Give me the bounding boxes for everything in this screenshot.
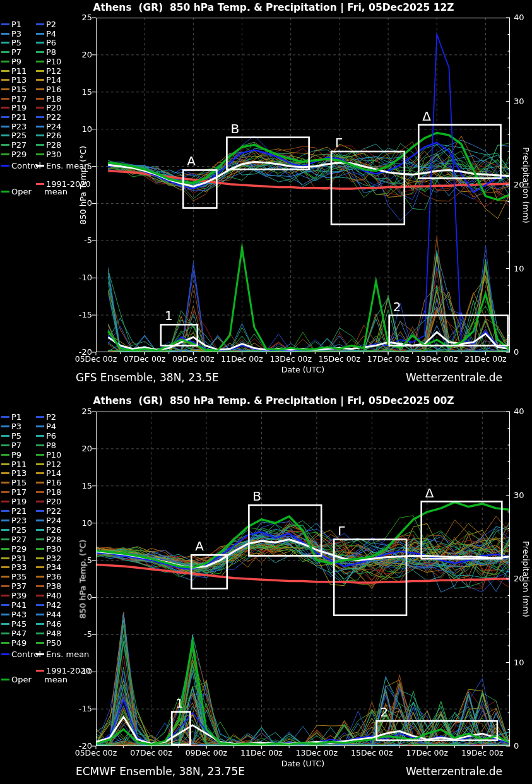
y-tick-label-temp: -15: [63, 310, 92, 319]
x-tick-label: 07Dec 00z: [122, 748, 179, 757]
y-tick-label-precip: 40: [514, 13, 532, 22]
y-tick-label-precip: 10: [514, 658, 532, 667]
x-tick-label: 19Dec 00z: [454, 748, 511, 757]
y-tick-label-temp: 20: [63, 50, 92, 59]
x-tick-label: 21Dec 00z: [457, 354, 514, 364]
x-tick-label: 17Dec 00z: [399, 748, 456, 757]
y-tick-label-precip: 20: [514, 574, 532, 583]
y-tick-label-temp: 15: [63, 87, 92, 97]
y-tick-label-precip: 10: [514, 264, 532, 273]
weather-ensemble-page: Athens (GR) 850 hPa Temp. & Precipitatio…: [0, 0, 532, 784]
y-tick-label-precip: 30: [514, 490, 532, 500]
y-tick-label-temp: 0: [63, 198, 92, 208]
x-tick-label: 15Dec 00z: [343, 748, 400, 757]
y-tick-label-temp: 5: [63, 555, 92, 565]
y-tick-label-precip: 30: [514, 97, 532, 106]
x-tick-label: 11Dec 00z: [233, 748, 290, 757]
x-tick-label: 13Dec 00z: [288, 748, 345, 757]
y-tick-label-temp: 25: [63, 13, 92, 22]
y-tick-label-temp: -5: [63, 629, 92, 639]
y-tick-label-temp: 10: [63, 518, 92, 528]
x-tick-label: 05Dec 00z: [68, 748, 124, 757]
axis-tick-labels: 2520151050-5-10-15-2040302010005Dec 00z0…: [0, 0, 532, 784]
y-tick-label-temp: 10: [63, 124, 92, 134]
y-tick-label-temp: -15: [63, 704, 92, 713]
y-tick-label-temp: 0: [63, 592, 92, 602]
y-tick-label-temp: -10: [63, 273, 92, 282]
y-tick-label-temp: 20: [63, 444, 92, 453]
y-tick-label-temp: -5: [63, 235, 92, 245]
y-tick-label-precip: 20: [514, 180, 532, 189]
x-tick-label: 09Dec 00z: [178, 748, 235, 757]
y-tick-label-precip: 40: [514, 407, 532, 416]
y-tick-label-temp: 5: [63, 162, 92, 171]
y-tick-label-precip: 0: [514, 347, 532, 357]
y-tick-label-temp: 25: [63, 407, 92, 416]
y-tick-label-temp: -10: [63, 667, 92, 676]
y-tick-label-temp: 15: [63, 481, 92, 490]
y-tick-label-precip: 0: [514, 741, 532, 751]
